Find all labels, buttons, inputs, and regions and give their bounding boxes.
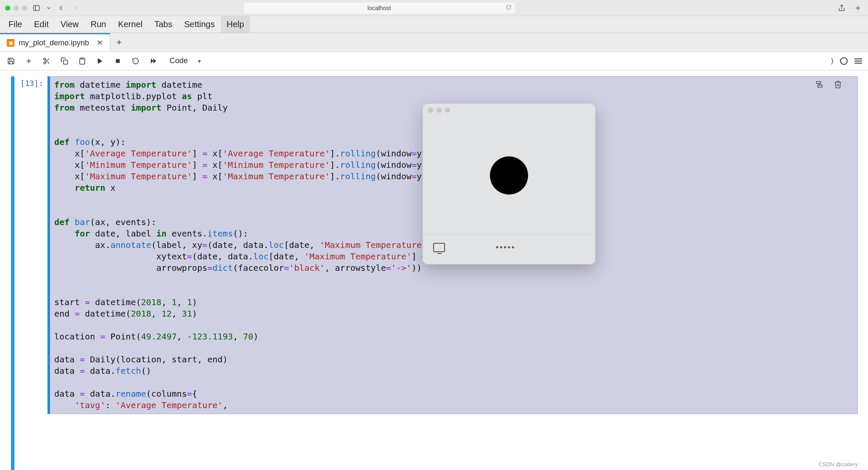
new-tab-plus-icon[interactable] [853, 3, 863, 13]
watermark-text: CSDN @codery [818, 461, 858, 467]
more-menu-icon[interactable] [854, 58, 862, 64]
new-tab-button[interactable]: + [110, 33, 128, 51]
window-traffic-lights [5, 6, 27, 11]
menu-item-run[interactable]: Run [85, 16, 112, 33]
url-text: localhost [367, 5, 391, 11]
menu-item-help[interactable]: Help [221, 16, 250, 33]
url-bar[interactable]: localhost [244, 3, 515, 14]
chevron-down-icon: ▾ [198, 58, 201, 64]
cell-type-select[interactable]: Code ▾ [166, 56, 204, 65]
panel-dot[interactable] [437, 108, 442, 113]
browser-chrome: localhost [0, 0, 868, 16]
cell-prompt: [13]: [10, 76, 47, 88]
notebook-tab-title: my_plot_demo.ipynb [19, 39, 89, 47]
menu-item-settings[interactable]: Settings [178, 16, 220, 33]
footer-dots: ••••• [496, 243, 516, 252]
cell-side-actions [815, 80, 843, 89]
restart-icon[interactable] [131, 56, 141, 66]
run-all-icon[interactable] [148, 56, 159, 66]
tab-close-icon[interactable]: ✕ [97, 38, 103, 47]
kernel-label-fragment: ) [831, 57, 833, 65]
svg-marker-17 [153, 58, 156, 64]
panel-body [423, 117, 595, 234]
record-button[interactable] [490, 156, 528, 195]
panel-header [423, 104, 595, 117]
kernel-status-icon[interactable] [840, 57, 848, 65]
notebook-tabstrip: ▣ my_plot_demo.ipynb ✕ + [0, 33, 868, 52]
window-min-dot[interactable] [14, 6, 19, 11]
menu-item-tabs[interactable]: Tabs [148, 16, 178, 33]
duplicate-cell-icon[interactable] [815, 80, 824, 89]
svg-rect-12 [64, 60, 68, 64]
menu-item-kernel[interactable]: Kernel [112, 16, 148, 33]
delete-cell-icon[interactable] [833, 80, 843, 89]
svg-marker-16 [151, 58, 153, 64]
svg-rect-15 [116, 59, 120, 63]
cell-type-label: Code [170, 56, 188, 65]
svg-rect-18 [816, 81, 821, 83]
save-icon[interactable] [6, 56, 16, 66]
menu-item-file[interactable]: File [3, 16, 28, 33]
selected-cell-marker [11, 76, 14, 470]
notebook-file-icon: ▣ [7, 39, 14, 47]
menu-item-view[interactable]: View [55, 16, 85, 33]
add-cell-icon[interactable] [24, 56, 34, 66]
notebook-area: [13]: from datetime import datetime impo… [0, 70, 868, 470]
notebook-toolbar: Code ▾ ) [0, 52, 868, 70]
reload-icon[interactable] [506, 4, 512, 11]
window-close-dot[interactable] [5, 6, 10, 11]
window-max-dot[interactable] [22, 6, 27, 11]
svg-point-7 [44, 58, 46, 60]
svg-rect-19 [818, 85, 822, 87]
svg-rect-0 [33, 6, 39, 11]
run-icon[interactable] [95, 56, 105, 66]
paste-icon[interactable] [77, 56, 87, 66]
sidebar-toggle-icon[interactable] [31, 3, 42, 13]
monitor-icon[interactable] [433, 243, 445, 252]
share-icon[interactable] [837, 3, 847, 13]
copy-icon[interactable] [59, 56, 70, 66]
forward-icon[interactable] [70, 3, 81, 13]
toolbar-right: ) [831, 57, 862, 65]
menu-item-edit[interactable]: Edit [28, 16, 54, 33]
panel-dot[interactable] [428, 108, 433, 113]
svg-point-8 [44, 62, 46, 64]
notebook-tab[interactable]: ▣ my_plot_demo.ipynb ✕ [0, 33, 110, 51]
browser-right-controls [837, 3, 863, 13]
svg-rect-13 [81, 58, 83, 59]
back-icon[interactable] [56, 3, 66, 13]
svg-line-11 [45, 60, 47, 61]
screen-recorder-panel[interactable]: ••••• [423, 103, 595, 264]
svg-line-10 [47, 61, 49, 63]
stop-icon[interactable] [113, 56, 123, 66]
chevron-down-icon[interactable] [46, 3, 52, 13]
svg-marker-14 [98, 58, 103, 64]
cut-icon[interactable] [42, 56, 52, 66]
panel-footer: ••••• [423, 234, 595, 260]
panel-dot[interactable] [445, 108, 450, 113]
jupyter-menubar: FileEditViewRunKernelTabsSettingsHelp [0, 16, 868, 33]
